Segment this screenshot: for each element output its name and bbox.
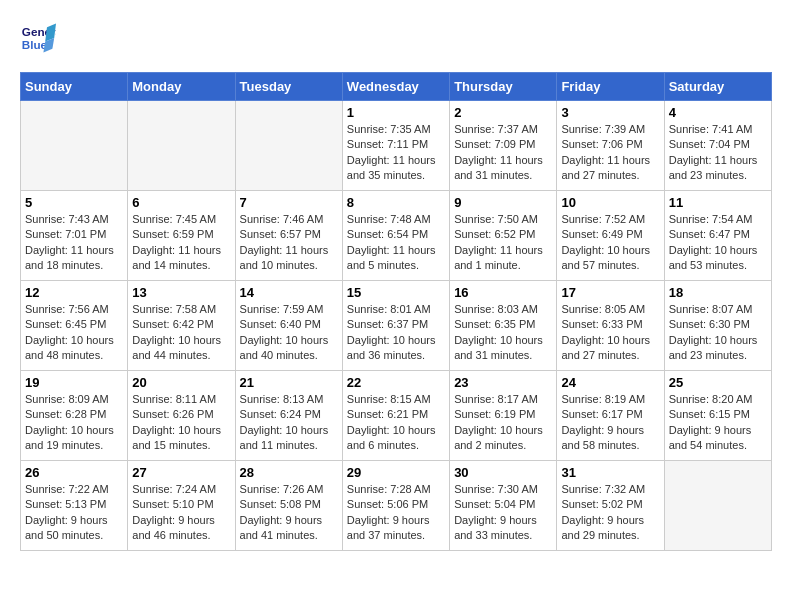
calendar-week-row: 26Sunrise: 7:22 AM Sunset: 5:13 PM Dayli… <box>21 461 772 551</box>
weekday-header-wednesday: Wednesday <box>342 73 449 101</box>
day-number: 3 <box>561 105 659 120</box>
day-info: Sunrise: 7:22 AM Sunset: 5:13 PM Dayligh… <box>25 482 123 544</box>
weekday-header-sunday: Sunday <box>21 73 128 101</box>
calendar-cell: 15Sunrise: 8:01 AM Sunset: 6:37 PM Dayli… <box>342 281 449 371</box>
weekday-header-tuesday: Tuesday <box>235 73 342 101</box>
day-info: Sunrise: 7:45 AM Sunset: 6:59 PM Dayligh… <box>132 212 230 274</box>
calendar-week-row: 5Sunrise: 7:43 AM Sunset: 7:01 PM Daylig… <box>21 191 772 281</box>
calendar-cell: 26Sunrise: 7:22 AM Sunset: 5:13 PM Dayli… <box>21 461 128 551</box>
day-number: 27 <box>132 465 230 480</box>
calendar-cell: 3Sunrise: 7:39 AM Sunset: 7:06 PM Daylig… <box>557 101 664 191</box>
day-number: 6 <box>132 195 230 210</box>
calendar-cell: 9Sunrise: 7:50 AM Sunset: 6:52 PM Daylig… <box>450 191 557 281</box>
calendar-cell: 22Sunrise: 8:15 AM Sunset: 6:21 PM Dayli… <box>342 371 449 461</box>
day-number: 12 <box>25 285 123 300</box>
day-number: 28 <box>240 465 338 480</box>
day-info: Sunrise: 7:39 AM Sunset: 7:06 PM Dayligh… <box>561 122 659 184</box>
weekday-header-thursday: Thursday <box>450 73 557 101</box>
day-info: Sunrise: 7:54 AM Sunset: 6:47 PM Dayligh… <box>669 212 767 274</box>
day-info: Sunrise: 7:58 AM Sunset: 6:42 PM Dayligh… <box>132 302 230 364</box>
day-number: 10 <box>561 195 659 210</box>
day-number: 18 <box>669 285 767 300</box>
calendar-cell: 19Sunrise: 8:09 AM Sunset: 6:28 PM Dayli… <box>21 371 128 461</box>
day-number: 26 <box>25 465 123 480</box>
calendar-cell: 10Sunrise: 7:52 AM Sunset: 6:49 PM Dayli… <box>557 191 664 281</box>
calendar-cell: 28Sunrise: 7:26 AM Sunset: 5:08 PM Dayli… <box>235 461 342 551</box>
calendar-cell <box>21 101 128 191</box>
calendar-week-row: 19Sunrise: 8:09 AM Sunset: 6:28 PM Dayli… <box>21 371 772 461</box>
day-info: Sunrise: 8:15 AM Sunset: 6:21 PM Dayligh… <box>347 392 445 454</box>
day-number: 20 <box>132 375 230 390</box>
day-number: 13 <box>132 285 230 300</box>
calendar-cell: 14Sunrise: 7:59 AM Sunset: 6:40 PM Dayli… <box>235 281 342 371</box>
calendar-cell: 31Sunrise: 7:32 AM Sunset: 5:02 PM Dayli… <box>557 461 664 551</box>
weekday-header-friday: Friday <box>557 73 664 101</box>
day-number: 30 <box>454 465 552 480</box>
day-number: 1 <box>347 105 445 120</box>
day-info: Sunrise: 7:56 AM Sunset: 6:45 PM Dayligh… <box>25 302 123 364</box>
day-info: Sunrise: 7:24 AM Sunset: 5:10 PM Dayligh… <box>132 482 230 544</box>
calendar-cell <box>235 101 342 191</box>
day-info: Sunrise: 7:41 AM Sunset: 7:04 PM Dayligh… <box>669 122 767 184</box>
calendar-cell: 8Sunrise: 7:48 AM Sunset: 6:54 PM Daylig… <box>342 191 449 281</box>
day-info: Sunrise: 8:09 AM Sunset: 6:28 PM Dayligh… <box>25 392 123 454</box>
day-number: 31 <box>561 465 659 480</box>
calendar-cell: 6Sunrise: 7:45 AM Sunset: 6:59 PM Daylig… <box>128 191 235 281</box>
calendar-cell: 11Sunrise: 7:54 AM Sunset: 6:47 PM Dayli… <box>664 191 771 281</box>
weekday-header-saturday: Saturday <box>664 73 771 101</box>
day-number: 25 <box>669 375 767 390</box>
day-number: 8 <box>347 195 445 210</box>
day-info: Sunrise: 8:13 AM Sunset: 6:24 PM Dayligh… <box>240 392 338 454</box>
day-number: 24 <box>561 375 659 390</box>
day-number: 21 <box>240 375 338 390</box>
calendar-cell: 2Sunrise: 7:37 AM Sunset: 7:09 PM Daylig… <box>450 101 557 191</box>
day-number: 23 <box>454 375 552 390</box>
calendar-cell: 12Sunrise: 7:56 AM Sunset: 6:45 PM Dayli… <box>21 281 128 371</box>
svg-text:Blue: Blue <box>22 38 48 51</box>
weekday-header-monday: Monday <box>128 73 235 101</box>
day-info: Sunrise: 7:28 AM Sunset: 5:06 PM Dayligh… <box>347 482 445 544</box>
calendar-cell: 5Sunrise: 7:43 AM Sunset: 7:01 PM Daylig… <box>21 191 128 281</box>
day-number: 17 <box>561 285 659 300</box>
calendar-week-row: 12Sunrise: 7:56 AM Sunset: 6:45 PM Dayli… <box>21 281 772 371</box>
day-number: 9 <box>454 195 552 210</box>
calendar-cell: 25Sunrise: 8:20 AM Sunset: 6:15 PM Dayli… <box>664 371 771 461</box>
weekday-header-row: SundayMondayTuesdayWednesdayThursdayFrid… <box>21 73 772 101</box>
calendar-table: SundayMondayTuesdayWednesdayThursdayFrid… <box>20 72 772 551</box>
day-info: Sunrise: 7:59 AM Sunset: 6:40 PM Dayligh… <box>240 302 338 364</box>
calendar-cell: 4Sunrise: 7:41 AM Sunset: 7:04 PM Daylig… <box>664 101 771 191</box>
day-number: 14 <box>240 285 338 300</box>
day-info: Sunrise: 7:48 AM Sunset: 6:54 PM Dayligh… <box>347 212 445 274</box>
day-info: Sunrise: 8:01 AM Sunset: 6:37 PM Dayligh… <box>347 302 445 364</box>
day-info: Sunrise: 8:03 AM Sunset: 6:35 PM Dayligh… <box>454 302 552 364</box>
day-info: Sunrise: 7:30 AM Sunset: 5:04 PM Dayligh… <box>454 482 552 544</box>
day-number: 15 <box>347 285 445 300</box>
day-info: Sunrise: 8:20 AM Sunset: 6:15 PM Dayligh… <box>669 392 767 454</box>
day-info: Sunrise: 8:05 AM Sunset: 6:33 PM Dayligh… <box>561 302 659 364</box>
calendar-cell: 7Sunrise: 7:46 AM Sunset: 6:57 PM Daylig… <box>235 191 342 281</box>
calendar-cell: 16Sunrise: 8:03 AM Sunset: 6:35 PM Dayli… <box>450 281 557 371</box>
logo-icon: General Blue <box>20 20 56 56</box>
logo: General Blue <box>20 20 56 56</box>
calendar-week-row: 1Sunrise: 7:35 AM Sunset: 7:11 PM Daylig… <box>21 101 772 191</box>
calendar-cell: 13Sunrise: 7:58 AM Sunset: 6:42 PM Dayli… <box>128 281 235 371</box>
page-header: General Blue <box>20 20 772 56</box>
day-number: 5 <box>25 195 123 210</box>
calendar-cell: 20Sunrise: 8:11 AM Sunset: 6:26 PM Dayli… <box>128 371 235 461</box>
day-number: 29 <box>347 465 445 480</box>
day-info: Sunrise: 7:43 AM Sunset: 7:01 PM Dayligh… <box>25 212 123 274</box>
day-number: 4 <box>669 105 767 120</box>
calendar-cell: 1Sunrise: 7:35 AM Sunset: 7:11 PM Daylig… <box>342 101 449 191</box>
day-info: Sunrise: 7:37 AM Sunset: 7:09 PM Dayligh… <box>454 122 552 184</box>
day-info: Sunrise: 7:46 AM Sunset: 6:57 PM Dayligh… <box>240 212 338 274</box>
day-number: 7 <box>240 195 338 210</box>
day-info: Sunrise: 8:17 AM Sunset: 6:19 PM Dayligh… <box>454 392 552 454</box>
day-number: 11 <box>669 195 767 210</box>
calendar-cell: 24Sunrise: 8:19 AM Sunset: 6:17 PM Dayli… <box>557 371 664 461</box>
calendar-cell <box>128 101 235 191</box>
day-info: Sunrise: 8:11 AM Sunset: 6:26 PM Dayligh… <box>132 392 230 454</box>
day-info: Sunrise: 7:50 AM Sunset: 6:52 PM Dayligh… <box>454 212 552 274</box>
day-info: Sunrise: 7:26 AM Sunset: 5:08 PM Dayligh… <box>240 482 338 544</box>
day-info: Sunrise: 8:19 AM Sunset: 6:17 PM Dayligh… <box>561 392 659 454</box>
calendar-cell <box>664 461 771 551</box>
